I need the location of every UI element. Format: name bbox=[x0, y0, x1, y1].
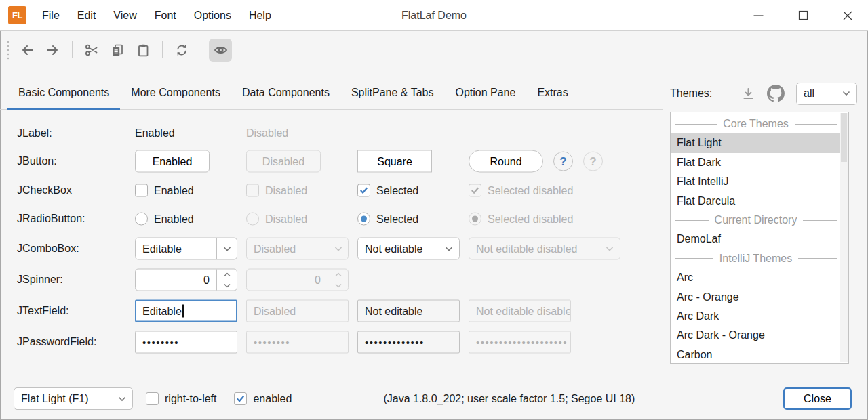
menu-file[interactable]: File bbox=[33, 0, 68, 30]
label-enabled: Enabled bbox=[135, 127, 175, 140]
tab-basic-components[interactable]: Basic Components bbox=[7, 87, 120, 109]
radio-enabled[interactable]: Enabled bbox=[135, 213, 194, 226]
forward-button[interactable] bbox=[41, 39, 64, 62]
menu-help[interactable]: Help bbox=[240, 0, 280, 30]
refresh-button[interactable] bbox=[170, 39, 193, 62]
close-button[interactable]: Close bbox=[783, 387, 852, 410]
textfield-disabled: Disabled bbox=[246, 300, 349, 322]
checkbox-box[interactable] bbox=[146, 392, 159, 405]
checkbox-selected[interactable]: Selected bbox=[357, 184, 418, 197]
window-controls bbox=[753, 10, 853, 21]
menu-view[interactable]: View bbox=[104, 0, 145, 30]
title-bar: FL File Edit View Font Options Help Flat… bbox=[0, 0, 868, 31]
tab-data-components[interactable]: Data Components bbox=[231, 87, 340, 109]
radio-circle-selected[interactable] bbox=[357, 213, 370, 226]
jpasswordfield-row-label: JPasswordField: bbox=[17, 336, 96, 348]
row-jcheckbox: JCheckBox Enabled Disabled Selected Sele… bbox=[17, 179, 661, 202]
textfield-not-editable: Not editable bbox=[357, 300, 460, 322]
github-icon[interactable] bbox=[767, 85, 785, 102]
arrow-left-icon bbox=[20, 43, 35, 57]
checkbox-box[interactable] bbox=[135, 184, 148, 197]
textfield-editable[interactable]: Editable bbox=[135, 300, 237, 322]
checkbox-enabled[interactable]: Enabled bbox=[135, 184, 194, 197]
row-jtextfield: JTextField: Editable Disabled Not editab… bbox=[17, 299, 661, 322]
checkbox-selected-disabled: Selected disabled bbox=[469, 184, 573, 197]
row-jcombobox: JComboBox: Editable Disabled Not editabl… bbox=[17, 237, 661, 260]
checkbox-box bbox=[246, 184, 259, 197]
theme-item-flat-light[interactable]: Flat Light bbox=[671, 133, 840, 152]
right-to-left-checkbox[interactable]: right-to-left bbox=[146, 392, 216, 405]
theme-item-flat-darcula[interactable]: Flat Darcula bbox=[671, 192, 840, 211]
eye-icon bbox=[214, 43, 228, 57]
cut-button[interactable] bbox=[80, 39, 103, 62]
radio-circle[interactable] bbox=[135, 213, 148, 226]
theme-category: Current Directory bbox=[675, 211, 837, 230]
passwordfield-editable[interactable]: •••••••• bbox=[135, 331, 237, 354]
themes-scrollbar[interactable] bbox=[840, 113, 848, 362]
spinner-enabled[interactable]: 0 bbox=[135, 269, 237, 291]
jspinner-row-label: JSpinner: bbox=[17, 274, 63, 286]
tab-more-components[interactable]: More Components bbox=[120, 87, 231, 109]
theme-item-flat-dark[interactable]: Flat Dark bbox=[671, 153, 840, 172]
checkbox-box-checked[interactable] bbox=[357, 184, 370, 197]
back-button[interactable] bbox=[16, 39, 39, 62]
lookandfeel-value: Flat Light (F1) bbox=[14, 393, 112, 405]
spinner-disabled: 0 bbox=[246, 269, 349, 291]
jlabel-row-label: JLabel: bbox=[17, 127, 52, 140]
maximize-icon[interactable] bbox=[797, 10, 808, 21]
arrow-right-icon bbox=[45, 43, 60, 57]
theme-item-carbon[interactable]: Carbon bbox=[671, 345, 840, 364]
combobox-disabled: Disabled bbox=[246, 238, 349, 260]
themes-label: Themes: bbox=[670, 87, 712, 100]
tab-option-pane[interactable]: Option Pane bbox=[444, 87, 526, 109]
textfield-not-editable-disabled: Not editable disabled bbox=[469, 300, 571, 322]
checkbox-box-checked[interactable] bbox=[234, 392, 247, 405]
row-jspinner: JSpinner: 0 0 bbox=[17, 268, 661, 291]
download-icon[interactable] bbox=[741, 87, 755, 100]
paste-button[interactable] bbox=[132, 39, 155, 62]
menu-options[interactable]: Options bbox=[185, 0, 240, 30]
enabled-checkbox[interactable]: enabled bbox=[234, 392, 292, 405]
help-button[interactable]: ? bbox=[553, 152, 573, 171]
lookandfeel-combobox[interactable]: Flat Light (F1) bbox=[14, 387, 133, 410]
chevron-down-icon[interactable] bbox=[112, 388, 132, 409]
theme-item-flat-intellij[interactable]: Flat IntelliJ bbox=[671, 172, 840, 191]
minimize-icon[interactable] bbox=[753, 10, 764, 21]
theme-item-demolaf[interactable]: DemoLaf bbox=[671, 230, 840, 249]
combobox-editable[interactable]: Editable bbox=[135, 238, 237, 260]
passwordfield-not-editable-disabled: •••••••••••••••••••• bbox=[469, 331, 571, 354]
toolbar-grip-handle[interactable] bbox=[6, 40, 10, 60]
status-bar: Flat Light (F1) right-to-left enabled (J… bbox=[0, 377, 868, 420]
show-hover-effects-toggle[interactable] bbox=[209, 39, 232, 62]
tab-splitpane-tabs[interactable]: SplitPane & Tabs bbox=[340, 87, 445, 109]
tab-extras[interactable]: Extras bbox=[526, 87, 578, 109]
enabled-button[interactable]: Enabled bbox=[135, 150, 210, 173]
themes-header: Themes: all bbox=[670, 79, 857, 108]
theme-filter-combobox[interactable]: all bbox=[796, 83, 857, 105]
radio-selected[interactable]: Selected bbox=[357, 213, 418, 226]
jbutton-row-label: JButton: bbox=[17, 155, 57, 167]
passwordfield-not-editable: ••••••••••••• bbox=[357, 331, 460, 354]
square-button[interactable]: Square bbox=[357, 150, 432, 173]
row-jbutton: JButton: Enabled Disabled Square Round ?… bbox=[17, 150, 661, 173]
chevron-down-icon[interactable] bbox=[439, 238, 459, 259]
combobox-not-editable[interactable]: Not editable bbox=[357, 238, 460, 260]
spinner-arrows[interactable] bbox=[216, 270, 237, 291]
close-icon[interactable] bbox=[842, 10, 853, 21]
scrollbar-thumb[interactable] bbox=[841, 113, 847, 162]
theme-item-arc-dark-orange[interactable]: Arc Dark - Orange bbox=[671, 326, 840, 345]
combobox-not-editable-disabled: Not editable disabled bbox=[469, 238, 620, 260]
theme-item-arc-orange[interactable]: Arc - Orange bbox=[671, 288, 840, 307]
themes-list: Core Themes Flat Light Flat Dark Flat In… bbox=[670, 112, 849, 364]
chevron-down-icon[interactable] bbox=[216, 238, 237, 259]
copy-button[interactable] bbox=[106, 39, 129, 62]
round-button[interactable]: Round bbox=[469, 150, 543, 173]
theme-item-arc[interactable]: Arc bbox=[671, 268, 840, 287]
theme-item-arc-dark[interactable]: Arc Dark bbox=[671, 307, 840, 326]
scissors-icon bbox=[85, 43, 98, 57]
menu-bar: File Edit View Font Options Help bbox=[33, 0, 280, 30]
radio-circle bbox=[246, 213, 259, 226]
menu-edit[interactable]: Edit bbox=[68, 0, 105, 30]
theme-category: IntelliJ Themes bbox=[675, 249, 837, 268]
menu-font[interactable]: Font bbox=[146, 0, 185, 30]
